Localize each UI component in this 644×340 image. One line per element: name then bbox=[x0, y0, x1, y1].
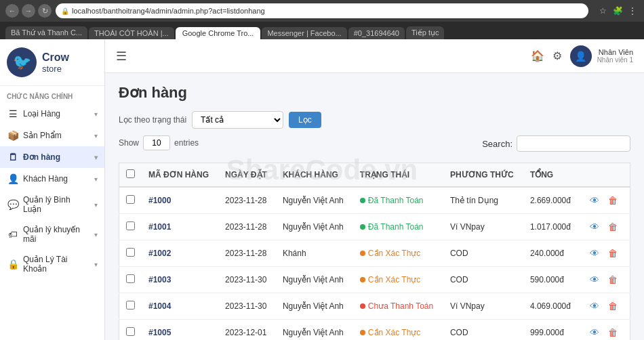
sidebar-item-binh-luan[interactable]: 💬 Quản lý Bình Luận ▾ bbox=[0, 190, 104, 219]
show-entries-row: Show entries bbox=[119, 135, 199, 150]
tai-khoan-label: Quản Lý Tài Khoản bbox=[23, 255, 90, 274]
row-date: 2023-11-28 bbox=[218, 214, 276, 240]
header-khach-hang: KHÁCH HÀNG bbox=[276, 163, 353, 188]
row-customer: Khánh bbox=[276, 240, 353, 267]
select-all-checkbox[interactable] bbox=[126, 169, 135, 178]
lock-icon: 🔒 bbox=[61, 7, 69, 15]
delete-button-3[interactable]: 🗑 bbox=[605, 272, 621, 287]
show-label: Show bbox=[119, 138, 139, 148]
search-input[interactable] bbox=[517, 135, 630, 152]
row-status: Cần Xác Thực bbox=[353, 320, 443, 341]
filter-select[interactable]: Tất cả Đã Thanh Toán Cần Xác Thực Chưa T… bbox=[192, 111, 283, 129]
header-tong: TỔNG bbox=[523, 163, 580, 188]
filter-label: Lọc theo trạng thái bbox=[119, 115, 186, 125]
tab-4[interactable]: #0_31694640 bbox=[348, 27, 405, 39]
row-id: #1005 bbox=[142, 320, 218, 341]
row-checkbox-5[interactable] bbox=[126, 327, 135, 336]
user-role: Nhân viên 1 bbox=[597, 56, 633, 64]
row-method: COD bbox=[443, 320, 523, 341]
search-right: Search: bbox=[482, 135, 630, 152]
address-bar[interactable]: 🔒 localhost/banthoitrang4/admin/admin.ph… bbox=[56, 3, 588, 18]
settings-icon[interactable]: ⚙ bbox=[552, 49, 562, 62]
delete-button-5[interactable]: 🗑 bbox=[605, 325, 621, 340]
filter-button[interactable]: Lọc bbox=[289, 112, 321, 128]
tab-0[interactable]: Bã Thứ và Thanh C... bbox=[5, 26, 87, 39]
sidebar-item-loai-hang[interactable]: ☰ Loại Hàng ▾ bbox=[0, 103, 104, 125]
row-date: 2023-12-01 bbox=[218, 320, 276, 341]
back-button[interactable]: ← bbox=[5, 4, 19, 18]
tai-khoan-icon: 🔒 bbox=[7, 259, 19, 270]
row-date: 2023-11-28 bbox=[218, 187, 276, 214]
row-checkbox-cell bbox=[119, 214, 142, 240]
row-checkbox-cell bbox=[119, 293, 142, 320]
row-checkbox-2[interactable] bbox=[126, 248, 135, 257]
view-button-0[interactable]: 👁 bbox=[586, 193, 603, 208]
forward-button[interactable]: → bbox=[22, 4, 35, 18]
don-hang-arrow: ▾ bbox=[94, 154, 98, 161]
page-title: Đơn hàng bbox=[119, 84, 630, 102]
delete-button-4[interactable]: 🗑 bbox=[605, 299, 621, 314]
row-status: Chưa Thanh Toán bbox=[353, 293, 443, 320]
sidebar-item-san-pham[interactable]: 📦 Sản Phẩm ▾ bbox=[0, 125, 104, 146]
hamburger-icon[interactable]: ☰ bbox=[116, 49, 127, 64]
browser-nav-buttons: ← → ↻ bbox=[5, 4, 52, 18]
tab-5[interactable]: Tiếp tục bbox=[406, 26, 445, 39]
table-row: #1001 2023-11-28 Nguyễn Việt Anh Đã Than… bbox=[119, 214, 630, 240]
binh-luan-label: Quản lý Bình Luận bbox=[23, 195, 90, 214]
row-checkbox-cell bbox=[119, 187, 142, 214]
binh-luan-icon: 💬 bbox=[7, 199, 19, 210]
row-actions: 👁 🗑 bbox=[580, 240, 630, 267]
row-actions: 👁 🗑 bbox=[580, 267, 630, 293]
row-customer: Nguyễn Việt Anh bbox=[276, 214, 353, 240]
view-button-3[interactable]: 👁 bbox=[586, 272, 603, 287]
khach-hang-label: Khách Hàng bbox=[23, 174, 90, 184]
tab-bar: Bã Thứ và Thanh C... THOÁI CÓT HOÀN |...… bbox=[0, 22, 644, 39]
tab-1[interactable]: THOÁI CÓT HOÀN |... bbox=[89, 27, 174, 39]
row-checkbox-0[interactable] bbox=[126, 195, 135, 204]
sidebar: 🐦 Crow store CHỨC NĂNG CHÍNH ☰ Loại Hàng… bbox=[0, 39, 105, 340]
star-icon[interactable]: ☆ bbox=[597, 5, 609, 17]
row-checkbox-1[interactable] bbox=[126, 221, 135, 230]
row-customer: Nguyễn Việt Anh bbox=[276, 320, 353, 341]
header-checkbox bbox=[119, 163, 142, 188]
row-checkbox-4[interactable] bbox=[126, 301, 135, 310]
table-row: #1004 2023-11-30 Nguyễn Việt Anh Chưa Th… bbox=[119, 293, 630, 320]
table-row: #1002 2023-11-28 Khánh Cần Xác Thực COD … bbox=[119, 240, 630, 267]
header-phuong-thuc: PHƯƠNG THỨC bbox=[443, 163, 523, 188]
tab-2[interactable]: Google Chrome Tro... bbox=[176, 27, 261, 39]
delete-button-2[interactable]: 🗑 bbox=[605, 246, 621, 261]
logo-subname: store bbox=[42, 64, 69, 74]
search-label: Search: bbox=[482, 139, 512, 149]
row-method: Ví VNpay bbox=[443, 214, 523, 240]
row-checkbox-3[interactable] bbox=[126, 274, 135, 283]
entries-label: entries bbox=[174, 138, 199, 148]
menu-dots-icon[interactable]: ⋮ bbox=[626, 5, 639, 17]
row-id: #1004 bbox=[142, 293, 218, 320]
header-ma-don-hang: MÃ ĐƠN HÀNG bbox=[142, 163, 218, 188]
view-button-5[interactable]: 👁 bbox=[586, 325, 603, 340]
view-button-4[interactable]: 👁 bbox=[586, 299, 603, 314]
sidebar-item-khach-hang[interactable]: 👤 Khách Hàng ▾ bbox=[0, 168, 104, 190]
tai-khoan-arrow: ▾ bbox=[94, 261, 98, 268]
sidebar-item-don-hang[interactable]: 🗒 Đơn hàng ▾ bbox=[0, 146, 104, 168]
row-method: COD bbox=[443, 240, 523, 267]
tab-3[interactable]: Messenger | Facebo... bbox=[262, 27, 346, 39]
table-row: #1005 2023-12-01 Nguyễn Việt Anh Cần Xác… bbox=[119, 320, 630, 341]
show-entries-input[interactable] bbox=[143, 135, 170, 150]
view-button-2[interactable]: 👁 bbox=[586, 246, 603, 261]
table-row: #1000 2023-11-28 Nguyễn Việt Anh Đã Than… bbox=[119, 187, 630, 214]
sidebar-item-khuyen-mai[interactable]: 🏷 Quản lý khuyến mãi ▾ bbox=[0, 219, 104, 249]
extensions-icon[interactable]: 🧩 bbox=[611, 5, 624, 17]
delete-button-1[interactable]: 🗑 bbox=[605, 219, 621, 234]
sidebar-section-label: CHỨC NĂNG CHÍNH bbox=[0, 86, 104, 103]
reload-button[interactable]: ↻ bbox=[38, 4, 52, 18]
home-icon[interactable]: 🏠 bbox=[531, 49, 544, 62]
khach-hang-arrow: ▾ bbox=[94, 175, 98, 183]
delete-button-0[interactable]: 🗑 bbox=[605, 193, 621, 208]
row-total: 590.000đ bbox=[523, 267, 580, 293]
sidebar-item-tai-khoan[interactable]: 🔒 Quản Lý Tài Khoản ▾ bbox=[0, 249, 104, 279]
loai-hang-icon: ☰ bbox=[7, 108, 19, 119]
top-bar-right: 🏠 ⚙ 👤 Nhân Viên Nhân viên 1 bbox=[531, 45, 633, 67]
row-date: 2023-11-30 bbox=[218, 293, 276, 320]
view-button-1[interactable]: 👁 bbox=[586, 219, 603, 234]
